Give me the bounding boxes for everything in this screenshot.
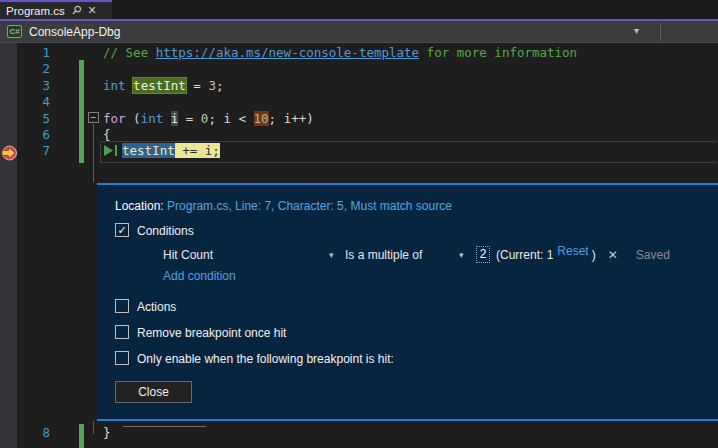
tab-program-cs[interactable]: Program.cs ⚲ ✕	[0, 0, 112, 19]
line-number: 5	[17, 110, 57, 127]
code-token: int	[103, 78, 126, 93]
highlighted-symbol: testInt	[133, 78, 186, 93]
code-line-6: {	[103, 126, 111, 143]
navigation-bar: C# ConsoleApp-Dbg ▾	[0, 21, 718, 43]
line-number: 7	[17, 142, 57, 159]
tab-strip: Program.cs ⚲ ✕	[0, 0, 718, 21]
chevron-down-icon[interactable]: ▾	[634, 25, 639, 36]
chevron-down-icon[interactable]: ▾	[329, 250, 334, 260]
remove-breakpoint-checkbox[interactable]	[115, 325, 129, 339]
vs-editor-window: Program.cs ⚲ ✕ C# ConsoleApp-Dbg ▾ 1 2 3…	[0, 0, 718, 448]
change-tracking-bar	[79, 60, 84, 163]
panel-resize-grip[interactable]	[123, 426, 206, 427]
location-value: Program.cs, Line: 7, Character: 5, Must …	[167, 199, 452, 213]
close-button[interactable]: Close	[115, 381, 192, 403]
operator-dropdown[interactable]: Is a multiple of	[345, 248, 422, 262]
close-paren: )	[592, 248, 596, 262]
current-statement-text: += i;	[175, 143, 220, 158]
only-enable-checkbox[interactable]	[115, 351, 129, 365]
highlighted-symbol: 10	[254, 111, 269, 126]
line-number: 6	[17, 126, 57, 143]
breakpoint-location: Location: Program.cs, Line: 7, Character…	[115, 199, 452, 213]
breakpoint-settings-panel: Location: Program.cs, Line: 7, Character…	[97, 183, 718, 421]
line-number: 4	[17, 93, 57, 110]
code-line-8: }	[103, 424, 111, 441]
add-condition-link[interactable]: Add condition	[163, 269, 236, 283]
actions-checkbox[interactable]	[115, 299, 129, 313]
close-tab-icon[interactable]: ✕	[88, 5, 97, 16]
hit-count-dropdown[interactable]: Hit Count	[163, 248, 213, 262]
breakpoint-margin[interactable]	[0, 43, 17, 448]
outline-guide-line	[93, 124, 94, 182]
code-token: for more information	[419, 45, 577, 60]
code-link[interactable]: https://aka.ms/new-console-template	[156, 45, 419, 60]
csharp-project-icon: C#	[7, 25, 22, 38]
navbar-divider	[660, 23, 661, 41]
breakpoint-current-line-icon[interactable]	[1, 145, 17, 161]
line-number: 3	[17, 77, 57, 94]
line-number: 2	[17, 60, 57, 77]
code-token: for	[103, 111, 126, 126]
code-line-5: for (int i = 0; i < 10; i++)	[103, 110, 314, 127]
change-tracking-bar	[79, 424, 84, 448]
only-enable-label: Only enable when the following breakpoin…	[137, 352, 394, 366]
hit-count-value-field[interactable]: 2	[476, 246, 490, 263]
tab-title: Program.cs	[6, 5, 65, 17]
selected-text: testInt	[122, 143, 175, 158]
current-hit-count: (Current: 1	[496, 248, 553, 262]
conditions-label: Conditions	[137, 224, 194, 238]
pin-icon[interactable]: ⚲	[72, 5, 81, 16]
indent-guide	[100, 142, 101, 163]
collapse-region-icon[interactable]: −	[88, 112, 99, 123]
location-label: Location:	[115, 199, 164, 213]
line-number: 1	[17, 44, 57, 61]
chevron-down-icon[interactable]: ▾	[459, 250, 464, 260]
code-line-1: // See https://aka.ms/new-console-templa…	[103, 44, 577, 61]
remove-breakpoint-label: Remove breakpoint once hit	[137, 326, 286, 340]
outline-guide-line	[93, 421, 94, 434]
remove-condition-icon[interactable]: ✕	[608, 248, 618, 262]
saved-status: Saved	[636, 248, 670, 262]
actions-label: Actions	[137, 300, 176, 314]
code-line-7: testInt += i;	[122, 142, 220, 159]
line-number: 8	[17, 424, 57, 441]
code-line-3: int testInt = 3;	[103, 77, 223, 94]
code-token: // See	[103, 45, 156, 60]
code-token: 3	[208, 78, 216, 93]
conditions-checkbox[interactable]: ✓	[115, 223, 129, 237]
project-selector[interactable]: ConsoleApp-Dbg	[29, 25, 120, 39]
reset-link[interactable]: Reset	[557, 244, 588, 258]
run-to-click-icon[interactable]	[104, 145, 118, 156]
